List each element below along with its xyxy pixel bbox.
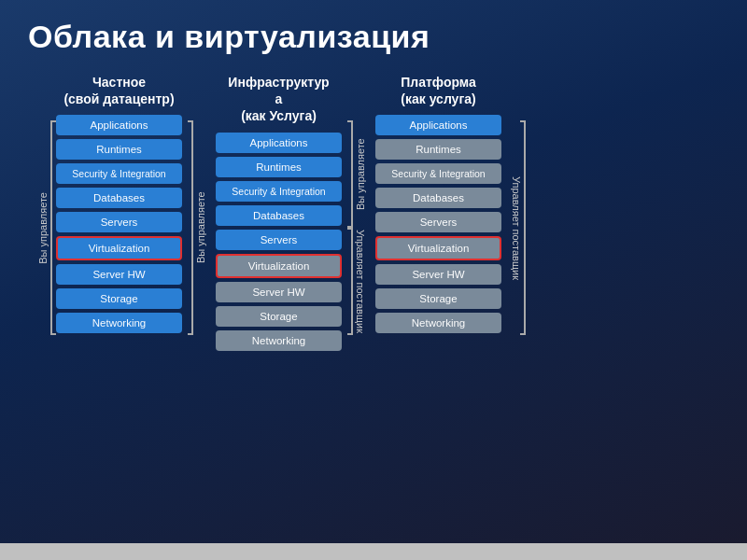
layer-paas-virtualization: Virtualization [375, 236, 501, 260]
column-iaas: Инфраструктура(как Услуга) Applications … [216, 74, 342, 351]
slide: Облака и виртуализация Вы управляете Час… [0, 0, 747, 560]
column-private: Частное(свой датацентр) Applications Run… [56, 74, 182, 333]
layer-iaas-virtualization: Virtualization [216, 254, 342, 278]
col-paas-stack: Applications Runtimes Security & Integra… [375, 115, 501, 333]
layer-paas-networking: Networking [375, 313, 501, 333]
layer-iaas-databases: Databases [216, 205, 342, 226]
layer-paas-servers: Servers [375, 212, 501, 232]
right-global-label: Управляет поставщик [511, 120, 522, 335]
col-private-stack: Applications Runtimes Security & Integra… [56, 115, 182, 333]
column-paas: Платформа(как услуга) Applications Runti… [375, 74, 501, 333]
layer-private-virtualization: Virtualization [56, 236, 182, 260]
layer-iaas-serverhw: Server HW [216, 282, 342, 302]
layer-iaas-runtimes: Runtimes [216, 157, 342, 177]
layer-private-storage: Storage [56, 288, 182, 309]
layer-paas-runtimes: Runtimes [375, 139, 501, 160]
page-title: Облака и виртуализация [28, 19, 719, 55]
layer-private-runtimes: Runtimes [56, 139, 182, 160]
layer-paas-security: Security & Integration [375, 163, 501, 184]
layer-iaas-networking: Networking [216, 330, 342, 351]
mid-right-vy-label: Вы управляете [355, 120, 366, 228]
layer-private-security: Security & Integration [56, 163, 182, 184]
layer-iaas-storage: Storage [216, 306, 342, 327]
layer-private-networking: Networking [56, 313, 182, 333]
layer-private-servers: Servers [56, 212, 182, 232]
layer-paas-storage: Storage [375, 288, 501, 309]
layer-paas-serverhw: Server HW [375, 264, 501, 285]
layer-private-serverhw: Server HW [56, 264, 182, 285]
footer-bar [0, 543, 747, 560]
layer-private-databases: Databases [56, 188, 182, 208]
layer-paas-applications: Applications [375, 115, 501, 135]
mid-right-upravlyaet-label: Управляет поставщик [355, 228, 366, 335]
layer-iaas-security: Security & Integration [216, 181, 342, 202]
col-iaas-header: Инфраструктура(как Услуга) [216, 74, 342, 125]
col-iaas-stack: Applications Runtimes Security & Integra… [216, 133, 342, 351]
col-private-header: Частное(свой датацентр) [56, 74, 182, 107]
layer-private-applications: Applications [56, 115, 182, 135]
col-paas-header: Платформа(как услуга) [375, 74, 501, 107]
left-global-label: Вы управляете [37, 192, 49, 264]
layer-iaas-applications: Applications [216, 133, 342, 153]
mid-left-label: Вы управляете [195, 120, 206, 335]
layer-iaas-servers: Servers [216, 230, 342, 250]
layer-paas-databases: Databases [375, 188, 501, 208]
